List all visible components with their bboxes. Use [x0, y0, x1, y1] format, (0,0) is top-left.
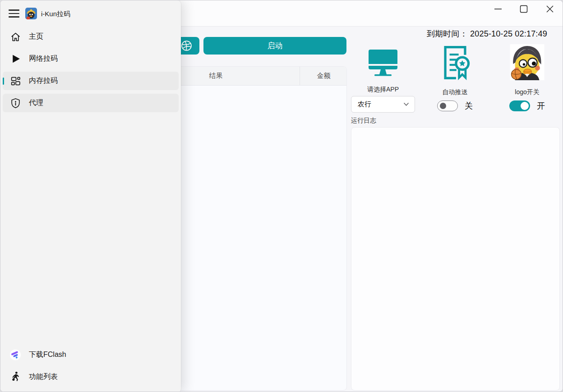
app-select-dropdown[interactable]: 农行	[351, 96, 415, 113]
expiry-label: 到期时间：	[427, 29, 468, 38]
hamburger-menu-button[interactable]	[9, 9, 19, 18]
logo-switch-state: 开	[537, 100, 545, 111]
table-header-amount[interactable]: 金额	[300, 67, 347, 85]
logo-switch-toggle-row: 开	[497, 100, 558, 111]
auto-push-toggle[interactable]	[437, 100, 458, 111]
close-button[interactable]	[540, 2, 560, 16]
sidebar-item-label: 网络拉码	[29, 54, 58, 64]
monitor-icon	[367, 49, 399, 78]
app-logo-icon	[25, 8, 37, 19]
sidebar-item-label: 代理	[29, 98, 43, 108]
sidebar-item-label: 主页	[29, 32, 43, 41]
sidebar-item-label: 下载FClash	[29, 350, 66, 360]
expiry-value: 2025-10-25 02:17:49	[470, 29, 547, 38]
navigation-drawer: i-Kun拉码 主页 网络拉码	[0, 0, 181, 392]
close-icon	[545, 4, 555, 14]
minimize-icon	[493, 4, 503, 14]
fclash-icon	[9, 349, 21, 361]
sidebar-item-feature-list[interactable]: 功能列表	[3, 368, 179, 386]
drawer-header: i-Kun拉码	[0, 0, 181, 27]
run-log-label: 运行日志	[351, 117, 376, 125]
app-select-label: 请选择APP	[351, 86, 415, 94]
logo-switch-icon-box	[497, 43, 558, 80]
sidebar-item-home[interactable]: 主页	[3, 27, 179, 46]
dashboard-icon	[9, 75, 21, 87]
sidebar-item-network[interactable]: 网络拉码	[3, 50, 179, 68]
sidebar-item-download-fclash[interactable]: 下载FClash	[3, 346, 179, 364]
maximize-button[interactable]	[514, 2, 534, 16]
auto-push-state: 关	[465, 100, 473, 111]
logo-switch-toggle[interactable]	[509, 100, 530, 111]
certificate-icon	[439, 44, 471, 81]
auto-push-label: 自动推送	[425, 88, 485, 96]
drawer-app-title: i-Kun拉码	[41, 10, 70, 18]
app-select-icon-box	[351, 44, 415, 78]
basketball-icon	[180, 40, 193, 52]
sidebar-item-label: 功能列表	[29, 372, 58, 382]
auto-push-toggle-row: 关	[425, 100, 485, 111]
toggle-knob	[440, 103, 446, 109]
drawer-footer: 下载FClash 功能列表	[0, 346, 181, 392]
maximize-icon	[519, 4, 529, 14]
app-window: 到期时间： 2025-10-25 02:17:49 启动 结果 金额 请选择	[0, 0, 563, 392]
start-button-label: 启动	[268, 41, 283, 51]
minimize-button[interactable]	[488, 2, 508, 16]
home-icon	[9, 31, 21, 43]
run-log-box[interactable]	[351, 127, 560, 391]
basketball-player-icon	[9, 371, 21, 383]
ikun-avatar	[510, 44, 545, 80]
sidebar-item-memory[interactable]: 内存拉码	[3, 72, 179, 90]
toggle-knob	[521, 102, 529, 110]
sidebar-item-proxy[interactable]: 代理	[3, 94, 179, 112]
logo-switch-label: logo开关	[497, 88, 558, 96]
play-icon	[9, 53, 21, 65]
shield-icon	[9, 97, 21, 109]
drawer-nav: 主页 网络拉码 内存拉码	[0, 27, 181, 346]
app-select-value: 农行	[358, 100, 403, 109]
auto-push-icon-box	[425, 42, 485, 81]
expiry-time: 到期时间： 2025-10-25 02:17:49	[427, 28, 547, 39]
chevron-down-icon	[403, 102, 409, 106]
start-button[interactable]: 启动	[203, 37, 346, 55]
sidebar-item-label: 内存拉码	[29, 76, 58, 86]
